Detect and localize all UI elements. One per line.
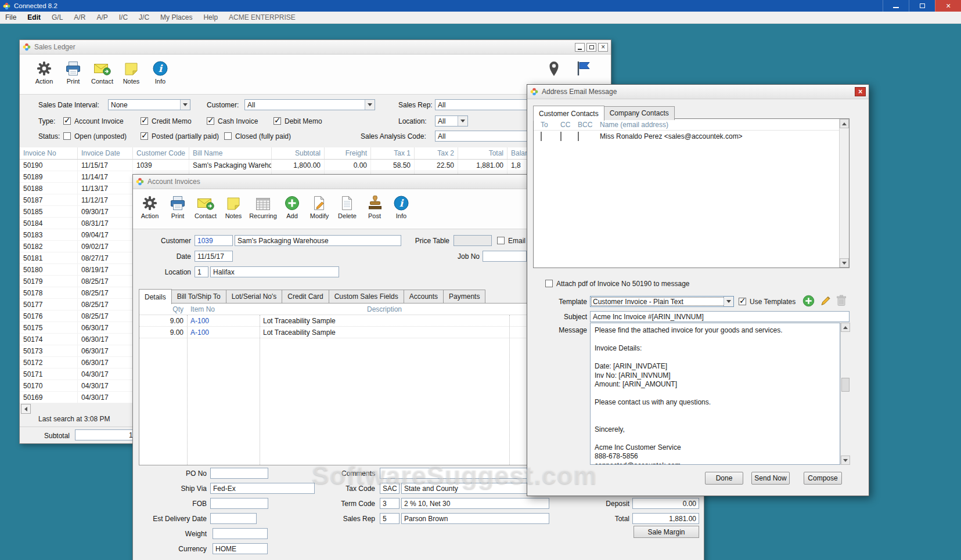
sales-rep-field[interactable]: 5 (380, 513, 399, 524)
location-pin-icon[interactable] (548, 60, 560, 77)
invoice-line-row[interactable]: 9.00 A-100 Lot Traceability Sample (139, 315, 552, 327)
scroll-down-button[interactable] (841, 456, 850, 465)
deposit-field[interactable]: 0.00 (632, 498, 699, 509)
column-header[interactable]: Tax 1 (371, 147, 415, 159)
delete-button[interactable]: Delete (334, 189, 361, 219)
menu-ic[interactable]: I/C (119, 13, 128, 21)
close-button[interactable] (598, 43, 608, 52)
use-templates-checkbox[interactable]: Use Templates (739, 296, 796, 307)
post-button[interactable]: Post (362, 189, 387, 219)
term-code-field[interactable]: 3 (380, 498, 399, 509)
menu-gl[interactable]: G/L (52, 13, 63, 21)
tab-credit-card[interactable]: Credit Card (282, 290, 329, 304)
to-checkbox[interactable] (541, 132, 542, 141)
attach-pdf-checkbox[interactable]: Attach pdf of Invoice No 50190 to messag… (545, 278, 689, 289)
menu-file[interactable]: File (5, 13, 16, 21)
sale-margin-button[interactable]: Sale Margin (634, 526, 699, 538)
status-closed-checkbox[interactable]: Closed (fully paid) (224, 131, 291, 142)
print-button[interactable]: Print (164, 189, 191, 219)
flag-icon[interactable] (576, 60, 591, 77)
scroll-up-button[interactable] (840, 119, 849, 128)
column-header[interactable]: Total (458, 147, 508, 159)
column-header[interactable]: Invoice No (20, 147, 78, 159)
invoice-line-row[interactable]: 9.00 A-100 Lot Traceability Sample (139, 327, 552, 338)
tab-customer-contacts[interactable]: Customer Contacts (533, 106, 604, 121)
scroll-down-button[interactable] (840, 258, 849, 268)
action-button[interactable]: Action (30, 55, 58, 85)
chevron-down-icon[interactable] (724, 297, 733, 306)
tab-lot-serial-nos[interactable]: Lot/Serial No's (226, 290, 283, 304)
status-open-checkbox[interactable]: Open (unposted) (63, 131, 127, 142)
action-button[interactable]: Action (136, 189, 163, 219)
type-credit-memo-checkbox[interactable]: Credit Memo (141, 115, 192, 127)
bcc-checkbox[interactable] (578, 132, 579, 141)
compose-button[interactable]: Compose (804, 472, 842, 485)
location-code-field[interactable]: 1 (195, 266, 208, 277)
price-table-field[interactable] (453, 235, 492, 246)
info-button[interactable]: Info (146, 55, 174, 85)
contact-row[interactable]: Miss Ronaldo Perez <sales@accountek.com> (534, 131, 849, 142)
date-field[interactable]: 11/15/17 (195, 251, 233, 262)
notes-button[interactable]: Notes (220, 189, 247, 219)
column-header[interactable]: Tax 2 (415, 147, 458, 159)
contacts-scrollbar[interactable] (839, 119, 849, 268)
column-header[interactable]: Bill Name (189, 147, 272, 159)
tab-bill-to-ship-to[interactable]: Bill To/Ship To (171, 290, 226, 304)
scroll-up-button[interactable] (841, 323, 850, 332)
send-now-button[interactable]: Send Now (751, 472, 790, 485)
tax-code-field[interactable]: SAC (380, 483, 399, 494)
close-button[interactable] (935, 0, 961, 12)
email-dialog-titlebar[interactable]: Address Email Message (527, 85, 869, 99)
add-template-button[interactable] (802, 295, 815, 307)
customer-code-field[interactable]: 1039 (195, 235, 233, 246)
chevron-down-icon[interactable] (458, 116, 467, 126)
sales-ledger-titlebar[interactable]: Sales Ledger (20, 40, 611, 55)
restore-button[interactable] (586, 43, 596, 52)
column-header[interactable]: Freight (325, 147, 371, 159)
type-debit-memo-checkbox[interactable]: Debit Memo (273, 115, 322, 127)
currency-field[interactable]: HOME (213, 543, 268, 554)
job-no-field[interactable] (483, 251, 527, 262)
minimize-button[interactable] (883, 0, 909, 12)
column-header[interactable]: Description (260, 304, 509, 315)
tab-details[interactable]: Details (139, 289, 172, 304)
invoice-table-row[interactable]: 50190 11/15/17 1039 Sam's Packaging Ware… (20, 160, 611, 171)
contact-button[interactable]: Contact (192, 189, 219, 219)
menu-jc[interactable]: J/C (139, 13, 149, 21)
message-scrollbar[interactable] (840, 323, 850, 465)
recurring-button[interactable]: Recurring (248, 189, 278, 219)
tab-custom-sales-fields[interactable]: Custom Sales Fields (329, 290, 404, 304)
location-name-field[interactable]: Halifax (210, 266, 339, 277)
column-header[interactable]: Invoice Date (78, 147, 133, 159)
app-titlebar[interactable]: Connected 8.2 (0, 0, 961, 12)
edit-template-button[interactable] (820, 295, 832, 306)
modify-button[interactable]: Modify (306, 189, 333, 219)
add-button[interactable]: Add (279, 189, 305, 219)
customer-select[interactable]: All (244, 99, 375, 110)
column-header[interactable]: Customer Code (133, 147, 189, 159)
weight-field[interactable] (213, 528, 268, 539)
tab-company-contacts[interactable]: Company Contacts (604, 106, 675, 120)
column-header[interactable]: Item No (187, 304, 260, 315)
done-button[interactable]: Done (705, 472, 743, 485)
fob-field[interactable] (210, 498, 268, 509)
cc-checkbox[interactable] (560, 132, 562, 141)
type-cash-invoice-checkbox[interactable]: Cash Invoice (207, 115, 258, 127)
contact-button[interactable]: Contact (88, 55, 116, 85)
info-button[interactable]: Info (388, 189, 414, 219)
location-select[interactable]: All (435, 115, 468, 127)
comments-field[interactable] (380, 468, 549, 479)
sales-date-interval-select[interactable]: None (108, 99, 190, 110)
po-no-field[interactable] (210, 468, 268, 479)
chevron-down-icon[interactable] (365, 100, 375, 110)
menu-ar[interactable]: A/R (74, 13, 85, 21)
ship-via-field[interactable]: Fed-Ex (210, 483, 315, 494)
print-button[interactable]: Print (59, 55, 87, 85)
menu-help[interactable]: Help (203, 13, 218, 21)
tab-accounts[interactable]: Accounts (404, 290, 444, 304)
customer-name-field[interactable]: Sam's Packaging Warehouse (235, 235, 401, 246)
column-header[interactable]: Subtotal (272, 147, 325, 159)
scroll-left-button[interactable] (21, 404, 31, 414)
status-posted-checkbox[interactable]: Posted (partially paid) (141, 131, 219, 142)
minimize-button[interactable] (575, 43, 585, 52)
